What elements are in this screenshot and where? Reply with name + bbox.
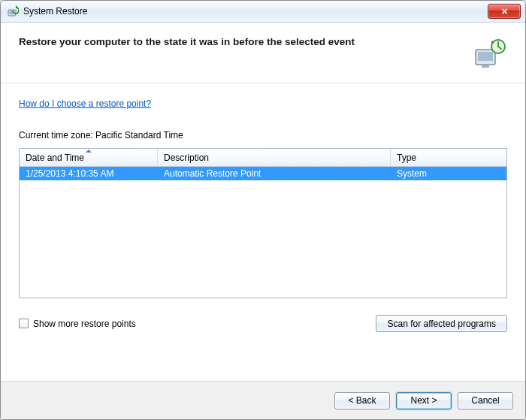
- column-date[interactable]: Date and Time: [20, 149, 158, 166]
- restore-points-list[interactable]: Date and Time Description Type 1/25/2013…: [19, 148, 507, 298]
- footer: < Back Next > Cancel: [1, 381, 525, 419]
- titlebar: System Restore ✕: [1, 1, 525, 23]
- cancel-button[interactable]: Cancel: [458, 392, 513, 409]
- cell-date: 1/25/2013 4:10:35 AM: [20, 168, 158, 179]
- scan-affected-button[interactable]: Scan for affected programs: [376, 315, 507, 332]
- help-link[interactable]: How do I choose a restore point?: [19, 98, 507, 109]
- header: Restore your computer to the state it wa…: [1, 23, 525, 83]
- content-bottom-row: Show more restore points Scan for affect…: [19, 315, 507, 332]
- checkbox-icon: [19, 319, 29, 328]
- system-restore-window: System Restore ✕ Restore your computer t…: [0, 0, 526, 420]
- content-area: How do I choose a restore point? Current…: [1, 83, 525, 381]
- next-button[interactable]: Next >: [396, 392, 452, 409]
- list-body: 1/25/2013 4:10:35 AM Automatic Restore P…: [20, 167, 506, 180]
- table-row[interactable]: 1/25/2013 4:10:35 AM Automatic Restore P…: [20, 167, 506, 180]
- cell-type: System: [391, 168, 506, 179]
- close-button[interactable]: ✕: [488, 4, 521, 19]
- show-more-label: Show more restore points: [33, 319, 136, 329]
- window-title: System Restore: [23, 6, 488, 17]
- column-description[interactable]: Description: [158, 149, 391, 166]
- svg-rect-5: [482, 65, 489, 68]
- back-button[interactable]: < Back: [334, 392, 390, 409]
- instruction-text: Restore your computer to the state it wa…: [19, 36, 471, 47]
- column-type[interactable]: Type: [391, 149, 506, 166]
- close-icon: ✕: [501, 8, 508, 16]
- svg-rect-4: [478, 52, 493, 61]
- svg-marker-2: [16, 5, 18, 8]
- list-header: Date and Time Description Type: [20, 149, 506, 167]
- cell-description: Automatic Restore Point: [158, 168, 391, 179]
- restore-icon: [7, 5, 19, 17]
- show-more-checkbox[interactable]: Show more restore points: [19, 319, 136, 329]
- timezone-label: Current time zone: Pacific Standard Time: [19, 130, 507, 141]
- restore-illustration-icon: [471, 36, 507, 72]
